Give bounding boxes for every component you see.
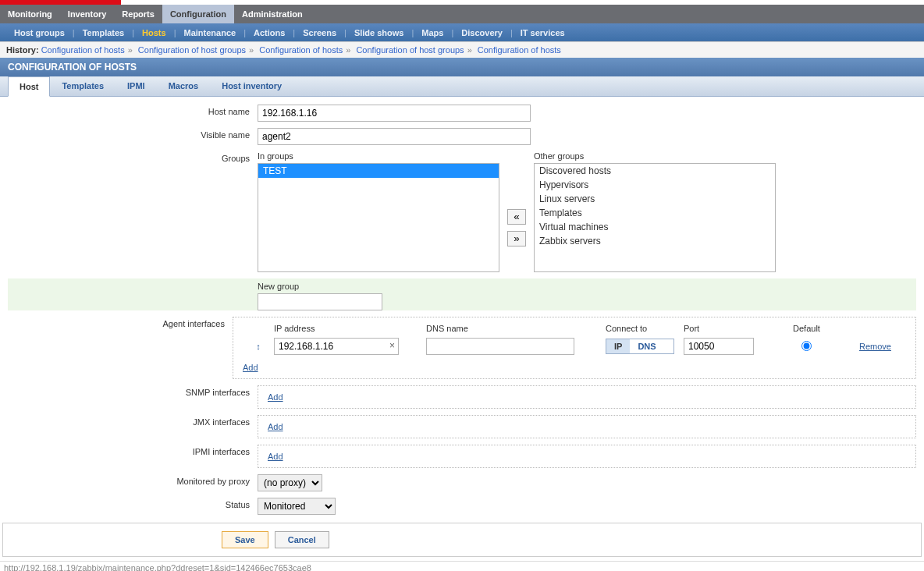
dns-name-input[interactable] (426, 338, 574, 355)
connect-dns-button[interactable]: DNS (630, 339, 663, 353)
move-left-button[interactable]: « (507, 209, 526, 225)
header-connect-to: Connect to (606, 324, 684, 333)
nav-configuration[interactable]: Configuration (162, 5, 234, 23)
tab-host[interactable]: Host (8, 76, 50, 97)
add-jmx-interface-link[interactable]: Add (268, 422, 906, 431)
drag-handle-icon[interactable]: ↕ (243, 342, 274, 351)
form-area: Host name Visible name Groups In groups … (0, 97, 924, 515)
label-other-groups: Other groups (534, 151, 776, 161)
header-dns-name: DNS name (426, 324, 606, 333)
nav-reports[interactable]: Reports (114, 5, 162, 23)
default-radio[interactable] (801, 341, 812, 351)
subnav-maps[interactable]: Maps (414, 28, 451, 37)
label-monitored-by-proxy: Monitored by proxy (8, 474, 258, 491)
label-snmp-interfaces: SNMP interfaces (8, 385, 258, 409)
subnav-it-services[interactable]: IT services (513, 28, 573, 37)
breadcrumb[interactable]: Configuration of hosts (478, 45, 561, 55)
label-jmx-interfaces: JMX interfaces (8, 415, 258, 438)
breadcrumb[interactable]: Configuration of hosts (41, 45, 125, 55)
subnav-discovery[interactable]: Discovery (453, 28, 510, 37)
label-visible-name: Visible name (8, 128, 258, 145)
ip-address-input[interactable] (274, 338, 399, 355)
history-label: History: (6, 45, 39, 55)
move-right-button[interactable]: » (507, 231, 526, 246)
in-groups-listbox[interactable]: TEST (258, 163, 499, 272)
remove-link[interactable]: Remove (859, 342, 891, 351)
list-item[interactable]: Virtual machines (535, 220, 775, 234)
action-bar: Save Cancel (2, 523, 922, 557)
connect-ip-button[interactable]: IP (606, 339, 630, 353)
visible-name-input[interactable] (258, 128, 531, 145)
new-group-input[interactable] (258, 293, 382, 310)
label-host-name: Host name (8, 105, 258, 122)
list-item[interactable]: TEST (258, 164, 499, 178)
label-ipmi-interfaces: IPMI interfaces (8, 445, 258, 468)
save-button[interactable]: Save (222, 531, 268, 548)
sub-nav: Host groups| Templates| Hosts| Maintenan… (0, 23, 924, 42)
clear-icon[interactable]: × (389, 340, 395, 351)
host-name-input[interactable] (258, 105, 531, 122)
subnav-templates[interactable]: Templates (75, 28, 133, 37)
page-title: CONFIGURATION OF HOSTS (0, 58, 924, 76)
tab-templates[interactable]: Templates (50, 76, 116, 96)
breadcrumb[interactable]: Configuration of host groups (356, 45, 464, 55)
add-snmp-interface-link[interactable]: Add (268, 392, 906, 402)
breadcrumb[interactable]: Configuration of hosts (259, 45, 343, 55)
port-input[interactable] (684, 338, 754, 355)
subnav-screens[interactable]: Screens (295, 28, 344, 37)
subnav-hosts[interactable]: Hosts (134, 28, 174, 37)
header-port: Port (684, 324, 785, 333)
nav-administration[interactable]: Administration (234, 5, 311, 23)
history-bar: History: Configuration of hosts» Configu… (0, 42, 924, 58)
header-default: Default (785, 324, 828, 333)
list-item[interactable]: Zabbix servers (535, 234, 775, 248)
nav-monitoring[interactable]: Monitoring (0, 5, 60, 23)
subnav-actions[interactable]: Actions (246, 28, 293, 37)
subnav-maintenance[interactable]: Maintenance (176, 28, 244, 37)
subnav-slide-shows[interactable]: Slide shows (346, 28, 412, 37)
tab-macros[interactable]: Macros (157, 76, 211, 96)
list-item[interactable]: Linux servers (535, 192, 775, 206)
add-agent-interface-link[interactable]: Add (243, 363, 258, 372)
subnav-host-groups[interactable]: Host groups (6, 28, 73, 37)
label-in-groups: In groups (258, 151, 499, 161)
list-item[interactable]: Hypervisors (535, 178, 775, 192)
tab-host-inventory[interactable]: Host inventory (210, 76, 293, 96)
breadcrumb[interactable]: Configuration of host groups (138, 45, 246, 55)
list-item[interactable]: Templates (535, 206, 775, 220)
status-bar: http://192.168.1.19/zabbix/maintenance.p… (0, 561, 924, 571)
nav-inventory[interactable]: Inventory (60, 5, 115, 23)
main-nav: Monitoring Inventory Reports Configurati… (0, 5, 924, 23)
cancel-button[interactable]: Cancel (275, 531, 329, 548)
form-tabs: Host Templates IPMI Macros Host inventor… (0, 76, 924, 97)
label-groups: Groups (8, 151, 258, 272)
label-status: Status (8, 498, 258, 515)
label-new-group: New group (258, 282, 916, 291)
header-ip-address: IP address (274, 324, 426, 333)
other-groups-listbox[interactable]: Discovered hosts Hypervisors Linux serve… (534, 163, 776, 272)
tab-ipmi[interactable]: IPMI (116, 76, 157, 96)
proxy-select[interactable]: (no proxy) (258, 474, 322, 491)
label-agent-interfaces: Agent interfaces (8, 317, 233, 379)
add-ipmi-interface-link[interactable]: Add (268, 452, 906, 461)
list-item[interactable]: Discovered hosts (535, 164, 775, 178)
status-select[interactable]: Monitored (258, 498, 336, 515)
